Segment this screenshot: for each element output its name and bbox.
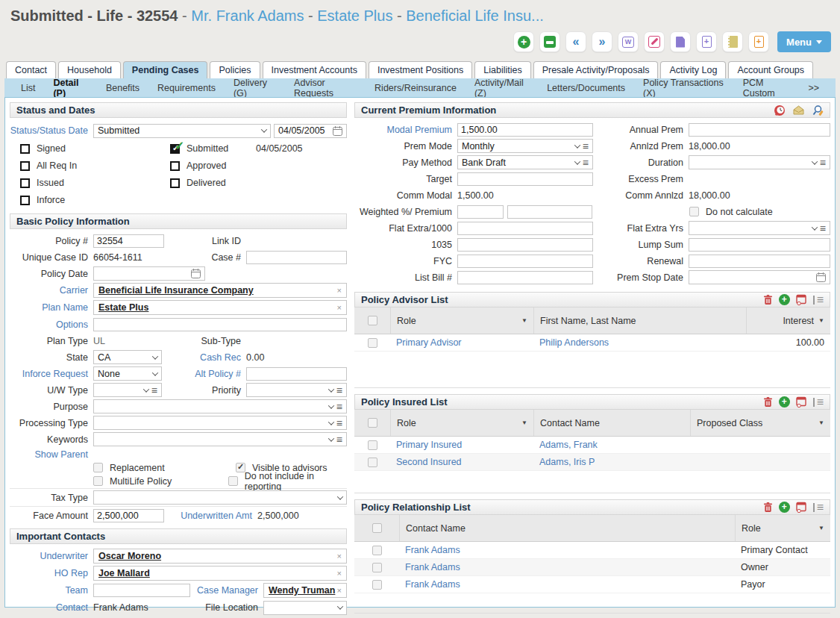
lump-sum-input[interactable] [689,238,830,252]
filter-icon[interactable]: ▼ [818,525,824,531]
calendar-icon[interactable] [816,272,826,282]
insured-name-link[interactable]: Adams, Frank [539,440,598,450]
options-label[interactable]: Options [10,319,93,330]
show-parent-link[interactable]: Show Parent [10,449,93,460]
tab-presale-activity[interactable]: Presale Activity/Proposals [533,61,659,78]
select-all-checkbox[interactable]: ✓ [368,418,377,428]
row-checkbox[interactable]: ✓ [368,338,377,348]
column-proposed-class[interactable]: Proposed Class▼ [690,410,830,436]
plan-link[interactable]: Estate Plus [317,7,392,24]
plan-name-value[interactable]: Estate Plus [98,302,148,313]
alt-policy-input[interactable] [246,367,347,381]
document-button[interactable] [670,31,691,52]
word-export-button[interactable]: W [618,31,639,52]
list-picker-icon[interactable]: ≡ [820,157,826,168]
flat-extra-yrs-select[interactable]: ≡ [689,221,830,235]
table-row[interactable]: ✓ Frank Adams Owner [354,559,830,576]
subtab-benefits[interactable]: Benefits [97,83,148,93]
checkbox-all-req-in[interactable]: ✓✓ [20,161,30,171]
delete-icon[interactable] [763,502,773,513]
ho-rep-field[interactable]: Joe Mallard × [93,566,347,581]
modal-premium-label[interactable]: Modal Premium [354,125,457,135]
relationship-name-link[interactable]: Frank Adams [405,562,460,572]
underwriter-label[interactable]: Underwriter [10,551,93,561]
table-row[interactable]: ✓ Second Insured Adams, Iris P [354,454,830,471]
row-checkbox[interactable]: ✓ [372,563,382,572]
relationship-name-link[interactable]: Frank Adams [405,545,460,555]
inbox-icon[interactable] [792,104,805,116]
case-manager-label[interactable]: Case Manager [190,585,263,596]
list-picker-icon[interactable]: ≡ [336,434,342,445]
checkbox-signed[interactable]: ✓✓ [20,144,30,154]
row-checkbox[interactable]: ✓ [368,458,377,467]
checkbox-issued[interactable]: ✓✓ [20,178,30,188]
carrier-link[interactable]: Beneficial Life Insu... [406,7,544,24]
row-checkbox[interactable]: ✓ [368,440,377,450]
prem-mode-select[interactable]: Monthly ≡ [457,139,593,153]
clear-icon[interactable]: × [337,286,342,295]
filter-icon[interactable]: ▼ [818,317,824,324]
insured-name-link[interactable]: Adams, Iris P [539,457,595,467]
tab-household[interactable]: Household [58,61,121,78]
tab-investment-accounts[interactable]: Investment Accounts [263,61,366,78]
subtab-detail[interactable]: Detail (P) [44,78,96,99]
tab-policies[interactable]: Policies [210,61,260,78]
fyc-input[interactable] [457,255,593,268]
advisor-name-link[interactable]: Philip Andersons [539,337,609,348]
carrier-value[interactable]: Beneficial Life Insurance Company [98,285,254,296]
column-contact-name[interactable]: Contact Name [533,410,690,436]
options-input[interactable] [93,318,347,331]
list-picker-icon[interactable]: ≡ [820,223,826,234]
subtab-requirements[interactable]: Requirements [148,83,225,93]
subtab-delivery[interactable]: Delivery (G) [225,78,285,99]
export-add-button[interactable]: + [748,31,769,52]
table-row[interactable]: ✓ Frank Adams Payor [354,576,830,593]
case-manager-field[interactable]: Wendy Truman × [263,583,347,598]
clear-icon[interactable]: × [337,552,342,561]
list-bill-input[interactable] [457,271,593,284]
checkbox-inforce[interactable]: ✓✓ [20,196,30,205]
modal-premium-input[interactable] [457,123,593,137]
checkbox-delivered[interactable]: ✓✓ [170,178,180,188]
list-picker-icon[interactable]: ≡ [336,418,342,428]
spreadsheet-icon[interactable] [796,396,807,408]
keywords-select[interactable]: ≡ [93,432,347,446]
table-row[interactable]: ✓ Primary Advisor Philip Andersons 100.0… [354,334,830,352]
processing-type-select[interactable]: ≡ [93,416,347,430]
table-row[interactable]: ✓ Frank Adams Primary Contact [354,542,830,559]
status-date-label[interactable]: Status/Status Date [10,125,93,136]
inforce-request-label[interactable]: Inforce Request [10,369,93,379]
1035-input[interactable] [457,238,593,252]
previous-button[interactable]: « [565,31,586,52]
subtab-more[interactable]: >> [799,83,828,93]
priority-select[interactable]: ≡ [246,383,347,397]
subtab-list[interactable]: List [12,83,44,93]
checkbox-replacement[interactable]: ✓ [93,463,103,472]
subtab-letters-documents[interactable]: Letters/Documents [538,83,634,93]
list-menu-icon[interactable]: ≡ [813,294,824,306]
ho-rep-label[interactable]: HO Rep [10,568,93,578]
relationship-name-link[interactable]: Frank Adams [405,579,460,590]
face-amount-input[interactable] [93,509,164,522]
policy-date-input[interactable] [93,266,205,281]
column-interest[interactable]: Interest▼ [746,308,830,334]
calendar-icon[interactable] [191,269,201,278]
subtab-policy-transactions[interactable]: Policy Transactions (X) [634,78,734,99]
column-role[interactable]: Role▼ [390,308,533,334]
tab-contact[interactable]: Contact [6,61,56,78]
add-icon[interactable]: + [779,396,790,408]
plan-name-label[interactable]: Plan Name [10,302,93,313]
add-icon[interactable]: + [779,502,790,513]
underwritten-amt-label[interactable]: Underwritten Amt [164,511,257,521]
team-input[interactable] [93,584,190,597]
team-label[interactable]: Team [10,585,93,596]
filter-icon[interactable]: ▼ [521,419,527,426]
insured-role-link[interactable]: Primary Insured [396,440,462,450]
edit-button[interactable] [644,31,665,52]
checkbox-no-reporting[interactable]: ✓ [228,476,238,486]
filter-icon[interactable]: ▼ [818,419,824,426]
prem-stop-date-input[interactable] [689,270,830,284]
list-picker-icon[interactable]: ≡ [336,385,342,396]
carrier-label[interactable]: Carrier [10,285,93,296]
tab-activity-log[interactable]: Activity Log [660,61,726,78]
